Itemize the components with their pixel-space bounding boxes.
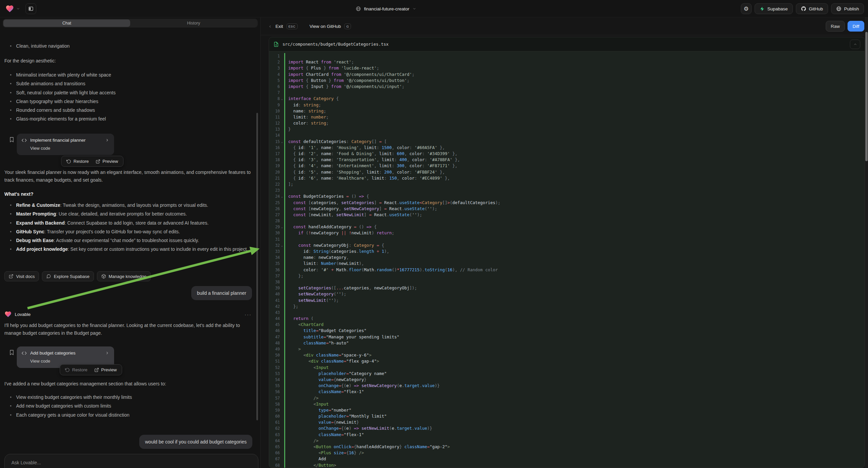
window-scrollbar-track[interactable] <box>865 18 868 468</box>
code-line: 58 <Input <box>269 401 865 407</box>
restore-icon <box>66 159 71 164</box>
code-line: 33 id: String(categories.length + 1), <box>269 248 865 255</box>
app-window: financial-future-creator ⚙ Supabase GitH… <box>0 0 868 468</box>
file-diff-card: src/components/budget/BudgetCategories.t… <box>269 37 865 468</box>
code-line: 66 <Plus size={16} /> <box>269 450 865 456</box>
list-item: Rounded corners and subtle shadows <box>4 106 252 115</box>
code-line: 31 <box>269 236 865 242</box>
visit-docs-button[interactable]: Visit docs <box>4 271 39 281</box>
window-scrollbar-thumb[interactable] <box>865 32 868 161</box>
design-bullet-list: Minimalist interface with plenty of whit… <box>4 70 252 123</box>
code-line: 12 color: string; <box>269 120 865 126</box>
raw-button[interactable]: Raw <box>826 21 845 32</box>
chat-scrollbar[interactable] <box>256 113 258 420</box>
github-button[interactable]: GitHub <box>796 3 828 14</box>
publish-label: Publish <box>844 6 859 11</box>
chat-composer[interactable]: Ask Lovable... Attach Edit Default <box>4 454 258 468</box>
version-card-implement-financial-planner[interactable]: Implement financial planner View code <box>17 134 114 155</box>
code-view-toggle: Raw Diff <box>826 21 864 32</box>
chevron-down-icon[interactable] <box>16 7 20 11</box>
manage-knowledge-button[interactable]: Manage knowledge <box>97 271 151 281</box>
restore-button[interactable]: Restore <box>66 159 89 164</box>
publish-button[interactable]: Publish <box>831 3 864 14</box>
restore-icon <box>65 368 70 372</box>
code-line: 55 onChange={(e) => setNewCategory(e.tar… <box>269 383 865 389</box>
whats-next-heading: What's next? <box>4 192 252 197</box>
list-item: Minimalist interface with plenty of whit… <box>4 70 252 79</box>
list-item: Refine & Customize: Tweak the design, an… <box>4 201 252 209</box>
code-line: 56 className="flex-1" <box>269 389 865 395</box>
chevron-right-icon <box>105 138 110 142</box>
chat-scroll-area[interactable]: Clean, intuitive navigation For the desi… <box>0 18 260 468</box>
code-line: 21 { id: '6', name: 'Healthcare', limit:… <box>269 175 865 181</box>
clipped-bullet-list: Clean, intuitive navigation <box>4 41 252 50</box>
top-bar: financial-future-creator ⚙ Supabase GitH… <box>0 0 868 18</box>
code-line: 1 <box>269 53 865 59</box>
code-line: 42 }; <box>269 303 865 310</box>
code-line: 17 { id: '2', name: 'Food & Dining', lim… <box>269 151 865 157</box>
code-line: 26 const [newCategory, setNewCategory] =… <box>269 206 865 212</box>
bookmark-icon[interactable] <box>9 349 15 356</box>
code-line: 43 <box>269 310 865 316</box>
code-line: 57 /> <box>269 395 865 401</box>
supabase-label: Supabase <box>767 6 788 11</box>
code-line: 63 className="flex-1" <box>269 432 865 438</box>
code-line: 59 type="number" <box>269 407 865 413</box>
g-key-badge: G <box>344 24 351 29</box>
code-line: 60 placeholder="Monthly limit" <box>269 413 865 419</box>
globe-icon <box>355 6 361 11</box>
supabase-button[interactable]: Supabase <box>754 3 793 14</box>
restore-preview-pill: Restore Preview <box>61 156 123 167</box>
sidebar-toggle-button[interactable] <box>26 3 36 14</box>
preview-button[interactable]: Preview <box>94 367 117 372</box>
view-on-github-button[interactable]: View on GitHub <box>310 24 341 29</box>
code-line: 61 value={newLimit} <box>269 419 865 426</box>
view-code-link[interactable]: View code <box>30 146 110 151</box>
lovable-avatar <box>4 311 12 318</box>
external-link-icon <box>9 274 13 279</box>
exit-button[interactable]: Exit <box>276 24 283 29</box>
code-line: 19 { id: '4', name: 'Entertainment', lim… <box>269 163 865 169</box>
preview-button[interactable]: Preview <box>96 159 118 164</box>
collapse-file-button[interactable] <box>850 39 860 49</box>
file-header[interactable]: src/components/budget/BudgetCategories.t… <box>269 37 865 51</box>
lovable-logo-icon[interactable] <box>5 4 14 13</box>
list-item: Expand with Backend: Connect Supabase to… <box>4 218 252 227</box>
chevron-up-icon <box>853 42 857 46</box>
code-line: 65 <Button onClick={handleAddCategory} c… <box>269 444 865 450</box>
code-line: 50 <div className="space-y-6"> <box>269 352 865 358</box>
code-line: 22]; <box>269 181 865 187</box>
code-line: 11 limit: number; <box>269 114 865 120</box>
code-line: 23 <box>269 187 865 194</box>
diff-button[interactable]: Diff <box>847 21 864 32</box>
restore-button[interactable]: Restore <box>65 367 88 372</box>
message-bubble-icon <box>46 274 51 279</box>
more-menu-icon[interactable]: ··· <box>245 312 252 317</box>
assistant-paragraph: I'll help you add budget categories to t… <box>4 322 252 338</box>
version-card-title: Add budget categories <box>30 351 102 355</box>
view-code-link[interactable]: View code <box>30 358 110 363</box>
list-item: Add project knowledge: Set key context o… <box>4 245 252 254</box>
code-content[interactable]: 12import React from 'react';3import { Pl… <box>269 51 865 468</box>
list-item: Master Prompting: Use clear, detailed, a… <box>4 209 252 218</box>
settings-button[interactable]: ⚙ <box>741 3 751 14</box>
code-line: 35 limit: Number(newLimit), <box>269 261 865 267</box>
chevron-left-icon[interactable] <box>268 25 272 29</box>
code-line: 5import { Button } from '@/components/ui… <box>269 78 865 84</box>
version-card-header: Implement financial planner <box>22 138 110 143</box>
code-line: 62 onChange={(e) => setNewLimit(e.target… <box>269 426 865 431</box>
code-line: 36 color: '#' + Math.floor(Math.random()… <box>269 267 865 273</box>
list-item: Clean typography with clear hierarchies <box>4 97 252 106</box>
explore-supabase-button[interactable]: Explore Supabase <box>42 271 94 281</box>
bookmark-icon[interactable] <box>9 136 15 143</box>
composer-placeholder: Ask Lovable... <box>11 460 41 465</box>
code-line: 40 setNewCategory(''); <box>269 291 865 297</box>
code-line: 27 const [newLimit, setNewLimit] = React… <box>269 212 865 218</box>
esc-key-badge: esc <box>286 24 298 29</box>
project-switcher[interactable]: financial-future-creator <box>355 0 416 18</box>
user-message: would be cool if you could add budget ca… <box>139 435 252 449</box>
chat-panel: Chat History Clean, intuitive navigation… <box>0 18 260 468</box>
code-line: 7 <box>269 90 865 96</box>
code-line: 16 { id: '1', name: 'Housing', limit: 15… <box>269 145 865 151</box>
list-item: Add new budget categories with custom li… <box>4 402 252 410</box>
